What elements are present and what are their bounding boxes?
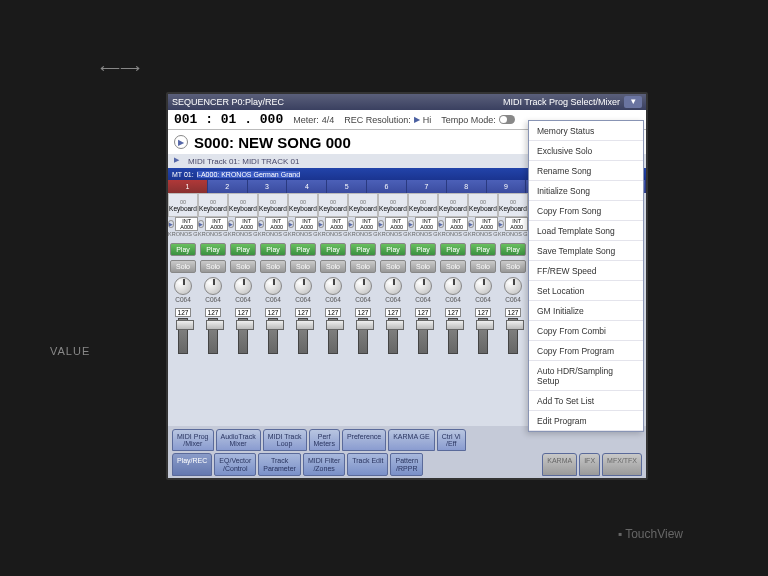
rec-res-field[interactable]: REC Resolution: ▶ Hi (344, 115, 431, 125)
bank-prog-cell[interactable]: ▶INT A000 (288, 217, 318, 231)
play-button[interactable]: Play (290, 243, 316, 256)
solo-button[interactable]: Solo (290, 260, 316, 273)
play-button[interactable]: Play (380, 243, 406, 256)
play-button[interactable]: Play (410, 243, 436, 256)
volume-cell[interactable]: 127 (498, 307, 528, 359)
menu-caret[interactable]: ▾ (624, 96, 642, 108)
pan-cell[interactable]: C064 (198, 277, 228, 307)
track-num-9[interactable]: 9 (487, 180, 527, 193)
bank-arrow-icon[interactable]: ▶ (198, 220, 204, 228)
bank-prog-cell[interactable]: ▶INT A000 (258, 217, 288, 231)
volume-fader[interactable] (238, 318, 248, 354)
category-cell[interactable]: 00Keyboard (258, 193, 288, 217)
menu-item[interactable]: Copy From Song (529, 201, 643, 221)
tempo-switch[interactable] (499, 115, 515, 124)
fx-tab[interactable]: MFX/TFX (602, 453, 642, 476)
menu-item[interactable]: Copy From Combi (529, 321, 643, 341)
volume-cell[interactable]: 127 (258, 307, 288, 359)
track-select-arrow-icon[interactable]: ▶ (174, 156, 184, 166)
bank-arrow-icon[interactable]: ▶ (438, 220, 444, 228)
solo-button[interactable]: Solo (200, 260, 226, 273)
category-cell[interactable]: 00Keyboard (168, 193, 198, 217)
track-num-8[interactable]: 8 (447, 180, 487, 193)
tab[interactable]: Ctrl Vi/Eff (437, 429, 466, 452)
pan-cell[interactable]: C064 (408, 277, 438, 307)
song-select-arrow-icon[interactable]: ▶ (174, 135, 188, 149)
volume-cell[interactable]: 127 (378, 307, 408, 359)
volume-cell[interactable]: 127 (198, 307, 228, 359)
bank-arrow-icon[interactable]: ▶ (498, 220, 504, 228)
pan-knob[interactable] (204, 277, 222, 295)
tab-playrec[interactable]: Play/REC (172, 453, 212, 476)
menu-item[interactable]: Memory Status (529, 121, 643, 141)
tab[interactable]: AudioTrackMixer (216, 429, 261, 452)
track-num-6[interactable]: 6 (367, 180, 407, 193)
bank-prog-cell[interactable]: ▶INT A000 (228, 217, 258, 231)
pan-knob[interactable] (504, 277, 522, 295)
fx-tab[interactable]: KARMA (542, 453, 577, 476)
solo-button[interactable]: Solo (500, 260, 526, 273)
solo-button[interactable]: Solo (380, 260, 406, 273)
pan-cell[interactable]: C064 (498, 277, 528, 307)
bank-prog-cell[interactable]: ▶INT A000 (408, 217, 438, 231)
volume-fader[interactable] (358, 318, 368, 354)
pan-knob[interactable] (294, 277, 312, 295)
volume-fader[interactable] (328, 318, 338, 354)
bank-arrow-icon[interactable]: ▶ (408, 220, 414, 228)
category-cell[interactable]: 00Keyboard (468, 193, 498, 217)
volume-cell[interactable]: 127 (318, 307, 348, 359)
bank-arrow-icon[interactable]: ▶ (168, 220, 174, 228)
volume-fader[interactable] (388, 318, 398, 354)
bank-arrow-icon[interactable]: ▶ (378, 220, 384, 228)
bank-prog-cell[interactable]: ▶INT A000 (498, 217, 528, 231)
bank-prog-cell[interactable]: ▶INT A000 (468, 217, 498, 231)
pan-cell[interactable]: C064 (228, 277, 258, 307)
bank-prog-cell[interactable]: ▶INT A000 (348, 217, 378, 231)
menu-item[interactable]: GM Initialize (529, 301, 643, 321)
track-num-4[interactable]: 4 (287, 180, 327, 193)
track-num-1[interactable]: 1 (168, 180, 208, 193)
bank-prog-cell[interactable]: ▶INT A000 (318, 217, 348, 231)
category-cell[interactable]: 00Keyboard (408, 193, 438, 217)
bank-arrow-icon[interactable]: ▶ (288, 220, 294, 228)
pan-knob[interactable] (234, 277, 252, 295)
fx-tab[interactable]: IFX (579, 453, 600, 476)
menu-item[interactable]: Edit Program (529, 411, 643, 431)
volume-fader[interactable] (478, 318, 488, 354)
play-button[interactable]: Play (230, 243, 256, 256)
bottom-tab[interactable]: Track Edit (347, 453, 388, 476)
solo-button[interactable]: Solo (470, 260, 496, 273)
play-button[interactable]: Play (260, 243, 286, 256)
pan-knob[interactable] (354, 277, 372, 295)
bank-prog-cell[interactable]: ▶INT A000 (198, 217, 228, 231)
bottom-tab[interactable]: MIDI Filter/Zones (303, 453, 345, 476)
bottom-tab[interactable]: Pattern/RPPR (390, 453, 423, 476)
track-num-5[interactable]: 5 (327, 180, 367, 193)
volume-cell[interactable]: 127 (288, 307, 318, 359)
track-num-2[interactable]: 2 (208, 180, 248, 193)
play-button[interactable]: Play (320, 243, 346, 256)
mt-prog[interactable]: I-A000: KRONOS German Grand (197, 171, 300, 178)
volume-cell[interactable]: 127 (468, 307, 498, 359)
pan-cell[interactable]: C064 (288, 277, 318, 307)
pan-knob[interactable] (474, 277, 492, 295)
pan-cell[interactable]: C064 (438, 277, 468, 307)
volume-cell[interactable]: 127 (168, 307, 198, 359)
solo-button[interactable]: Solo (440, 260, 466, 273)
pan-cell[interactable]: C064 (168, 277, 198, 307)
pan-cell[interactable]: C064 (258, 277, 288, 307)
pan-knob[interactable] (414, 277, 432, 295)
pan-knob[interactable] (264, 277, 282, 295)
tab[interactable]: MIDI TrackLoop (263, 429, 307, 452)
volume-fader[interactable] (298, 318, 308, 354)
volume-fader[interactable] (448, 318, 458, 354)
solo-button[interactable]: Solo (170, 260, 196, 273)
pan-cell[interactable]: C064 (468, 277, 498, 307)
menu-item[interactable]: Load Template Song (529, 221, 643, 241)
volume-fader[interactable] (418, 318, 428, 354)
solo-button[interactable]: Solo (410, 260, 436, 273)
category-cell[interactable]: 00Keyboard (318, 193, 348, 217)
play-button[interactable]: Play (470, 243, 496, 256)
solo-button[interactable]: Solo (230, 260, 256, 273)
volume-cell[interactable]: 127 (408, 307, 438, 359)
